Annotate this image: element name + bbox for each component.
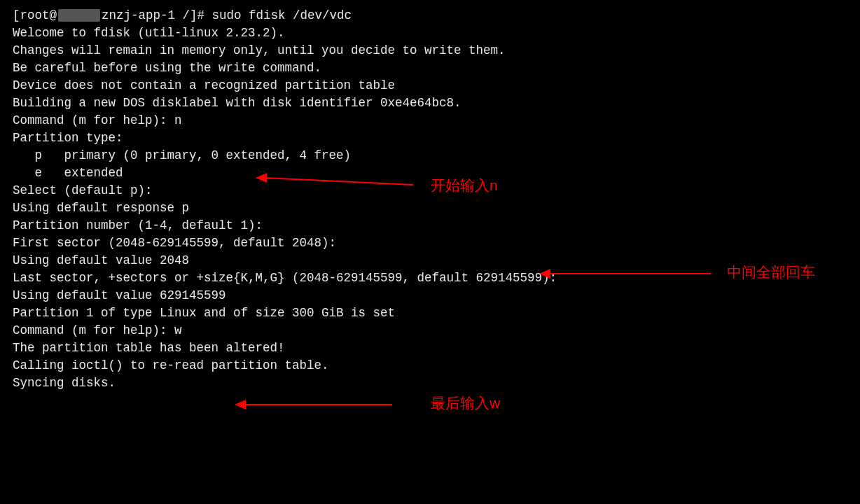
terminal-line: Command (m for help): n [13, 112, 847, 130]
terminal-line: e extended [13, 164, 847, 182]
terminal-line: First sector (2048-629145599, default 20… [13, 234, 847, 252]
terminal-line: Partition 1 of type Linux and of size 30… [13, 304, 847, 322]
terminal-output[interactable]: [root@znzj-app-1 /]# sudo fdisk /dev/vdc… [13, 7, 847, 392]
terminal-line: Welcome to fdisk (util-linux 2.23.2). [13, 24, 847, 42]
prompt-line: [root@znzj-app-1 /]# sudo fdisk /dev/vdc [13, 7, 847, 24]
terminal-line: Command (m for help): w [13, 322, 847, 340]
terminal-line: Changes will remain in memory only, unti… [13, 42, 847, 59]
arrow-to-w [235, 399, 396, 410]
terminal-line: Device does not contain a recognized par… [13, 77, 847, 94]
terminal-line: Using default value 2048 [13, 252, 847, 270]
terminal-line: Using default value 629145599 [13, 287, 847, 304]
prompt-host: znzj-app-1 /]# [102, 8, 204, 22]
prompt-prefix: [root@ [13, 8, 57, 22]
terminal-line: The partition table has been altered! [13, 340, 847, 357]
terminal-line: Partition number (1-4, default 1): [13, 217, 847, 234]
terminal-line: Using default response p [13, 200, 847, 217]
terminal-line: Partition type: [13, 130, 847, 147]
annotation-input-w: 最后输入w [431, 394, 500, 412]
terminal-line: Building a new DOS disklabel with disk i… [13, 94, 847, 112]
terminal-line: p primary (0 primary, 0 extended, 4 free… [13, 147, 847, 164]
terminal-line: Last sector, +sectors or +size{K,M,G} (2… [13, 270, 847, 287]
terminal-line: Be careful before using the write comman… [13, 59, 847, 77]
command-text: sudo fdisk /dev/vdc [212, 8, 352, 22]
terminal-line: Calling ioctl() to re-read partition tab… [13, 357, 847, 374]
terminal-line: Select (default p): [13, 182, 847, 200]
terminal-line: Syncing disks. [13, 374, 847, 392]
redacted-user [58, 9, 100, 22]
svg-marker-5 [235, 400, 246, 410]
